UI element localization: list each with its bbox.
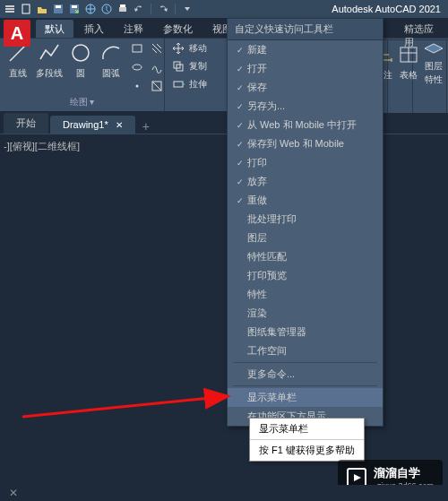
svg-point-16 — [136, 85, 139, 88]
svg-rect-5 — [56, 5, 61, 8]
menu-item-render[interactable]: 渲染 — [228, 304, 383, 323]
menu-item-label: 打印预览 — [247, 269, 287, 282]
menu-item-redo[interactable]: ✓重做 — [228, 191, 383, 210]
tool-arc[interactable]: 圆弧 — [99, 40, 124, 80]
svg-line-18 — [152, 82, 161, 91]
svg-line-12 — [10, 45, 26, 61]
panel-draw-title[interactable]: 绘图 ▾ — [5, 94, 159, 110]
menu-item-label: 显示菜单栏 — [247, 391, 297, 404]
arc-icon — [99, 40, 124, 65]
menu-item-props[interactable]: 特性 — [228, 285, 383, 304]
menu-item-save[interactable]: ✓保存 — [228, 78, 383, 97]
circle-icon — [68, 40, 93, 65]
svg-point-15 — [133, 65, 142, 70]
menu-item-print[interactable]: ✓打印 — [228, 153, 383, 172]
check-icon: ✓ — [233, 140, 247, 149]
statusbar: ✕ — [0, 485, 448, 501]
qat-open-icon[interactable] — [36, 3, 48, 15]
tool-prop[interactable]: 特性 — [418, 73, 448, 86]
menu-item-saveas[interactable]: ✓另存为... — [228, 97, 383, 116]
tool-polyline[interactable]: 多段线 — [36, 40, 63, 80]
tab-default[interactable]: 默认 — [36, 20, 73, 38]
qat-dropdown-icon[interactable] — [181, 3, 194, 15]
check-icon: ✓ — [233, 83, 247, 92]
draw-small-tools — [129, 40, 165, 94]
tool-spline-icon[interactable] — [149, 59, 165, 75]
tool-point-icon[interactable] — [129, 78, 145, 94]
menu-item-sheetset[interactable]: 图纸集管理器 — [228, 323, 383, 341]
svg-rect-0 — [5, 5, 14, 7]
check-icon: ✓ — [233, 65, 247, 73]
menu-item-label: 另存为... — [247, 99, 285, 113]
menu-item-webopen[interactable]: ✓从 Web 和 Mobile 中打开 — [228, 116, 383, 134]
svg-rect-14 — [133, 45, 142, 52]
qat-save-icon[interactable] — [52, 3, 65, 15]
menu-separator — [233, 362, 377, 363]
menu-item-printpreview[interactable]: 打印预览 — [228, 266, 383, 285]
check-icon: ✓ — [233, 121, 247, 130]
menu-item-label: 更多命令... — [247, 367, 295, 381]
qat-saveas-icon[interactable] — [68, 3, 81, 15]
check-icon: ✓ — [233, 46, 247, 55]
move-icon — [170, 40, 186, 56]
menu-item-undo[interactable]: ✓放弃 — [228, 172, 383, 191]
check-icon: ✓ — [233, 102, 247, 111]
qat-new-icon[interactable] — [20, 3, 32, 15]
filetab-add[interactable]: + — [137, 119, 155, 134]
qat-print-icon[interactable] — [116, 3, 129, 15]
app-logo[interactable]: A — [4, 20, 30, 47]
tool-ellipse-icon[interactable] — [129, 59, 145, 75]
polyline-icon — [37, 40, 62, 65]
menu-item-matchprop[interactable]: 特性匹配 — [228, 247, 383, 266]
tool-circle[interactable]: 圆 — [68, 40, 93, 80]
tool-region-icon[interactable] — [149, 78, 165, 94]
tab-parametric[interactable]: 参数化 — [154, 20, 202, 38]
separator — [175, 4, 176, 14]
qat-redo-icon[interactable] — [157, 3, 169, 15]
menu-item-label: 重做 — [247, 194, 267, 207]
tab-annotate[interactable]: 注释 — [115, 20, 152, 38]
menu-item-showmenubar[interactable]: 显示菜单栏 — [228, 388, 383, 407]
menu-item-label: 新建 — [247, 43, 267, 56]
tool-copy[interactable]: 复制 — [170, 58, 207, 74]
qat-menu-icon[interactable] — [4, 3, 16, 15]
menu-item-workspace[interactable]: 工作空间 — [228, 341, 383, 360]
menu-item-open[interactable]: ✓打开 — [228, 59, 383, 78]
qat-web-save-icon[interactable] — [100, 3, 113, 15]
menu-item-label: 打印 — [247, 156, 267, 169]
tool-hatch-icon[interactable] — [149, 40, 165, 56]
titlebar: Autodesk AutoCAD 2021 — [0, 0, 448, 18]
menu-item-label: 工作空间 — [247, 344, 287, 358]
statusbar-close[interactable]: ✕ — [0, 485, 27, 501]
menu-item-label: 特性 — [247, 288, 267, 301]
menu-separator — [233, 385, 377, 386]
tool-rect-icon[interactable] — [129, 40, 145, 56]
svg-rect-1 — [5, 8, 14, 10]
close-icon[interactable]: ✕ — [116, 120, 123, 130]
tool-move[interactable]: 移动 — [170, 40, 207, 56]
tooltip: 显示菜单栏 按 F1 键获得更多帮助 — [249, 418, 365, 462]
menu-item-batchprint[interactable]: 批处理打印 — [228, 210, 383, 229]
filetab-start[interactable]: 开始 — [4, 113, 48, 134]
tool-stretch[interactable]: 拉伸 — [170, 76, 207, 92]
tab-featured[interactable]: 精选应用 — [395, 20, 448, 52]
panel-modify: 移动 复制 拉伸 — [165, 39, 228, 111]
svg-point-13 — [73, 45, 89, 61]
filetab-drawing1[interactable]: Drawing1*✕ — [50, 116, 135, 134]
menu-item-websave[interactable]: ✓保存到 Web 和 Mobile — [228, 134, 383, 153]
panel-draw: 直线 多段线 圆 圆弧 — [0, 39, 165, 111]
separator — [151, 4, 151, 14]
view-label[interactable]: -][俯视][二维线框] — [4, 140, 80, 153]
filetab-label: Drawing1* — [63, 119, 108, 130]
menu-item-more[interactable]: 更多命令... — [228, 365, 383, 384]
svg-rect-11 — [120, 4, 125, 7]
menu-item-label: 特性匹配 — [247, 250, 287, 263]
qat-web-open-icon[interactable] — [84, 3, 97, 15]
qat-undo-icon[interactable] — [133, 3, 145, 15]
menu-item-label: 保存到 Web 和 Mobile — [247, 137, 344, 151]
menu-item-label: 图纸集管理器 — [247, 325, 306, 339]
menu-item-layer[interactable]: 图层 — [228, 229, 383, 247]
svg-rect-21 — [174, 82, 183, 87]
tab-insert[interactable]: 插入 — [75, 20, 113, 38]
menu-item-new[interactable]: ✓新建 — [228, 40, 383, 59]
